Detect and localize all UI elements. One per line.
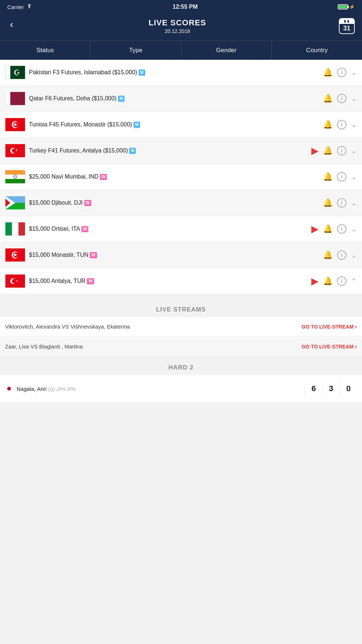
bell-icon[interactable]: 🔔 (323, 250, 333, 260)
wifi-icon (26, 4, 33, 10)
info-icon[interactable]: i (337, 276, 346, 286)
carrier-info: Carrier (7, 4, 33, 10)
calendar-button[interactable]: 31 (339, 18, 355, 34)
bell-icon[interactable]: 🔔 (323, 94, 333, 103)
flag-tunisia-w (5, 248, 25, 262)
filter-tab-type[interactable]: Type (90, 41, 181, 60)
info-icon[interactable]: i (337, 224, 346, 234)
gender-badge: M (134, 122, 140, 128)
chevron-down-icon[interactable]: ⌄ (351, 198, 357, 207)
bell-icon[interactable]: 🔔 (323, 198, 333, 208)
chevron-down-icon[interactable]: ⌄ (351, 172, 357, 181)
tournament-name: $15,000 Antalya, TURW (29, 278, 94, 284)
gender-badge: W (81, 226, 88, 233)
row-actions: ▶ 🔔 i ⌄ (311, 145, 357, 156)
info-icon[interactable]: i (337, 250, 346, 260)
play-stream-icon[interactable]: ▶ (311, 145, 319, 156)
battery-indicator: ⚡ (338, 4, 355, 9)
bell-icon[interactable]: 🔔 (323, 146, 333, 155)
bell-icon[interactable]: 🔔 (323, 120, 333, 129)
bell-icon[interactable]: 🔔 (323, 172, 333, 181)
flag-tunisia (5, 118, 25, 131)
back-button[interactable] (7, 21, 16, 32)
row-actions: 🔔 i ⌄ (323, 172, 357, 181)
bolt-icon: ⚡ (349, 4, 355, 9)
play-stream-icon[interactable]: ▶ (311, 223, 319, 235)
svg-rect-23 (5, 179, 25, 183)
tournament-row: Turkey F41 Futures, Antalya ($15,000)M ▶… (0, 138, 362, 163)
flag-japan (5, 385, 13, 393)
tournament-row: $15,000 Monastir, TUNW 🔔 i ⌄ (0, 242, 362, 268)
arrow-icon: › (355, 323, 357, 330)
score-boxes: 6 3 0 (305, 380, 357, 397)
chevron-down-icon[interactable]: ⌄ (351, 146, 357, 155)
go-to-live-stream-button-2[interactable]: GO TO LIVE-STREAM › (302, 343, 357, 350)
tournament-name: $15,000 Djibouti, DJIW (29, 200, 91, 206)
page-date: 20.12.2018 (149, 28, 206, 34)
tournament-info: Turkey F41 Futures, Antalya ($15,000)M (29, 147, 308, 155)
flag-turkey (5, 144, 25, 158)
flag-qatar (5, 92, 25, 105)
filter-tab-status[interactable]: Status (0, 41, 90, 60)
flag-india (5, 170, 25, 184)
tournament-name: $15,000 Ortisei, ITAW (29, 226, 88, 232)
tournament-row: $25,000 Navi Mumbai, INDW 🔔 i ⌄ (0, 164, 362, 189)
gender-badge: W (84, 200, 91, 206)
chevron-down-icon[interactable]: ⌄ (351, 120, 357, 129)
filter-tab-gender[interactable]: Gender (181, 41, 272, 60)
country-code-label: JPN (67, 386, 76, 392)
tournament-row-expanded: $15,000 Antalya, TURW ▶ 🔔 i ⌃ (0, 268, 362, 294)
tournament-name: Tunisia F45 Futures, Monastir ($15,000)M (29, 121, 140, 127)
bell-icon[interactable]: 🔔 (323, 224, 333, 234)
info-icon[interactable]: i (337, 172, 346, 181)
row-actions: 🔔 i ⌄ (323, 120, 357, 129)
row-actions: ▶ 🔔 i ⌄ (311, 223, 357, 235)
bell-icon[interactable]: 🔔 (323, 68, 333, 77)
bell-icon[interactable]: 🔔 (323, 276, 333, 286)
gender-badge: M (129, 148, 136, 154)
tournament-row: Tunisia F45 Futures, Monastir ($15,000)M… (0, 112, 362, 137)
time-display: 12:55 PM (173, 4, 198, 10)
info-icon[interactable]: i (337, 146, 346, 155)
carrier-name: Carrier (7, 4, 24, 10)
tournament-name: Qatar F6 Futures, Doha ($15,000)M (29, 95, 125, 101)
tournament-row: Qatar F6 Futures, Doha ($15,000)M 🔔 i ⌄ (0, 86, 362, 111)
tournament-info: $15,000 Monastir, TUNW (29, 251, 319, 259)
info-icon[interactable]: i (337, 94, 346, 103)
tournament-row: $15,000 Ortisei, ITAW ▶ 🔔 i ⌄ (0, 216, 362, 242)
page-title: LIVE SCORES (149, 18, 206, 28)
country-code: JPN (56, 386, 66, 392)
info-icon[interactable]: i (337, 120, 346, 129)
row-actions: 🔔 i ⌄ (323, 250, 357, 260)
tournament-row: $15,000 Djibouti, DJIW 🔔 i ⌄ (0, 190, 362, 216)
chevron-down-icon[interactable]: ⌄ (351, 251, 357, 259)
tournament-name: $25,000 Navi Mumbai, INDW (29, 173, 107, 180)
tournament-name: $15,000 Monastir, TUNW (29, 252, 97, 258)
gender-badge: M (118, 96, 125, 102)
chevron-down-icon[interactable]: ⌄ (351, 68, 357, 77)
hard-2-section: HARD 2 Nagata, Anri (Q) JPN JPN 6 3 0 (0, 360, 362, 406)
info-icon[interactable]: i (337, 68, 346, 77)
chevron-down-icon[interactable]: ⌄ (351, 94, 357, 103)
chevron-up-icon[interactable]: ⌃ (351, 277, 357, 285)
play-stream-icon[interactable]: ▶ (311, 276, 319, 287)
tournament-info: $25,000 Navi Mumbai, INDW (29, 173, 319, 181)
go-to-live-stream-button-1[interactable]: GO TO LIVE-STREAM › (302, 323, 357, 330)
tournament-info: $15,000 Djibouti, DJIW (29, 199, 319, 207)
stream-players: Zaar, Lisa VS Biagianti , Martina (5, 343, 83, 350)
tournament-name: Turkey F41 Futures, Antalya ($15,000)M (29, 147, 136, 154)
tournament-name: Pakistan F3 Futures, Islamabad ($15,000)… (29, 69, 145, 75)
calendar-ring-left (344, 20, 346, 23)
filter-tab-country[interactable]: Country (272, 41, 362, 60)
info-icon[interactable]: i (337, 198, 346, 208)
svg-point-41 (7, 387, 11, 390)
tournament-info: Tunisia F45 Futures, Monastir ($15,000)M (29, 121, 319, 129)
flag-pakistan (5, 66, 25, 79)
svg-rect-1 (5, 66, 10, 79)
tournament-row: Pakistan F3 Futures, Islamabad ($15,000)… (0, 60, 362, 85)
chevron-down-icon[interactable]: ⌄ (351, 225, 357, 233)
filter-bar: Status Type Gender Country (0, 41, 362, 60)
player-full-name: Nagata, Anri (17, 386, 48, 392)
player-name: Nagata, Anri (Q) JPN JPN (17, 386, 305, 392)
gender-badge: W (100, 174, 107, 180)
